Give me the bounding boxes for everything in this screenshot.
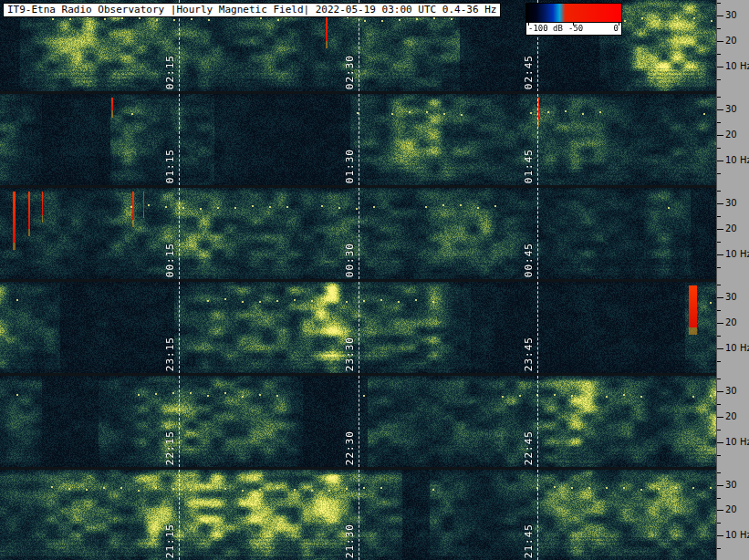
freq-minor-tick [717,498,721,499]
freq-minor-tick [717,3,721,4]
freq-tick-label: 30 [725,198,737,208]
time-gridline [179,376,180,467]
colorbar-label-min: -100 dB [528,23,563,35]
freq-minor-tick [717,97,721,98]
freq-tick-label: 10 Hz [725,343,749,353]
freq-major-tick [717,109,723,110]
freq-minor-tick [717,523,721,524]
freq-tick-label: 30 [725,480,737,490]
freq-tick-label: 10 Hz [725,249,749,259]
freq-minor-tick [717,379,721,379]
freq-tick-label: 20 [725,504,737,514]
freq-minor-tick [717,455,721,456]
spectrogram-band-hour-1: 01:1501:3001:45 [0,94,716,185]
time-label: 00:30 [344,243,356,277]
freq-tick-label: 10 Hz [725,155,749,165]
freq-tick-label: 10 Hz [725,530,749,540]
freq-minor-tick [717,430,721,430]
freq-major-tick [717,67,723,67]
time-label: 01:45 [523,149,535,183]
freq-minor-tick [717,361,721,362]
spectrogram-band-hour-4: 22:1522:3022:45 [0,376,716,467]
freq-tick-label: 30 [725,104,737,114]
time-gridline [179,282,180,373]
freq-major-tick [717,229,723,230]
freq-major-tick [717,348,723,349]
freq-tick-label: 30 [725,386,737,396]
time-label: 01:30 [344,149,356,183]
freq-tick-label: 20 [725,411,737,421]
time-gridline [179,94,180,185]
freq-tick-label: 10 Hz [725,61,749,71]
time-label: 21:30 [344,524,356,558]
freq-major-tick [717,510,723,511]
freq-major-tick [717,297,723,298]
time-label: 02:45 [523,55,535,89]
freq-major-tick [717,161,723,161]
freq-minor-tick [717,472,721,473]
time-label: 23:15 [164,337,176,371]
colorbar-tick-max [619,23,619,26]
time-gridline [179,470,180,560]
freq-minor-tick [717,173,721,174]
time-gridline [537,470,538,560]
time-label: 23:30 [344,337,356,371]
time-gridline [359,188,359,279]
freq-tick-label: 20 [725,130,737,140]
freq-minor-tick [717,216,721,217]
time-gridline [359,376,359,467]
freq-minor-tick [717,267,721,268]
time-gridline [537,94,538,185]
freq-major-tick [717,254,723,255]
time-label: 01:15 [164,149,176,183]
freq-major-tick [717,391,723,392]
time-label: 23:45 [523,337,535,371]
freq-minor-tick [717,191,721,192]
freq-tick-label: 20 [725,223,737,233]
time-label: 21:15 [164,524,176,558]
freq-major-tick [717,485,723,486]
freq-minor-tick [717,310,721,311]
freq-tick-label: 20 [725,317,737,327]
freq-major-tick [717,203,723,204]
colorbar-labels: -100 dB -50 0 [526,23,621,35]
time-label: 00:15 [164,243,176,277]
colorbar-label-max: 0 [614,23,619,35]
freq-minor-tick [717,148,721,149]
time-gridline [537,282,538,373]
freq-minor-tick [717,336,721,337]
freq-major-tick [717,16,723,16]
freq-major-tick [717,135,723,136]
freq-major-tick [717,41,723,42]
freq-tick-label: 10 Hz [725,437,749,447]
time-label: 22:30 [344,430,356,465]
colorbar-gradient [526,4,621,23]
freq-tick-label: 30 [725,292,737,302]
time-label: 02:30 [344,55,356,89]
freq-major-tick [717,442,723,443]
spectrogram-band-hour-5: 21:1521:3021:45 [0,470,716,560]
freq-major-tick [717,323,723,324]
freq-minor-tick [717,242,721,243]
time-label: 02:15 [164,55,176,89]
spectrogram-plot: 02:1502:3002:4501:1501:3001:4500:1500:30… [0,0,716,560]
spectrogram-viewer: 02:1502:3002:4501:1501:3001:4500:1500:30… [0,0,749,560]
time-label: 21:45 [523,524,535,558]
freq-minor-tick [717,54,721,55]
time-label: 22:45 [523,430,535,465]
freq-minor-tick [717,28,721,29]
time-label: 00:45 [523,243,535,277]
frequency-scale: 302010 Hz302010 Hz302010 Hz302010 Hz3020… [716,0,749,560]
freq-tick-label: 20 [725,36,737,46]
time-gridline [359,282,359,373]
time-gridline [359,470,359,560]
freq-minor-tick [717,79,721,80]
spectrogram-band-hour-2: 00:1500:3000:45 [0,188,716,279]
title-bar: IT9-Etna Radio Observatory |Hourly Magne… [3,3,501,17]
colorbar-label-mid: -50 [568,23,583,35]
freq-minor-tick [717,285,721,285]
freq-major-tick [717,417,723,418]
freq-major-tick [717,535,723,536]
time-gridline [537,188,538,279]
spectrogram-band-hour-3: 23:1523:3023:45 [0,282,716,373]
